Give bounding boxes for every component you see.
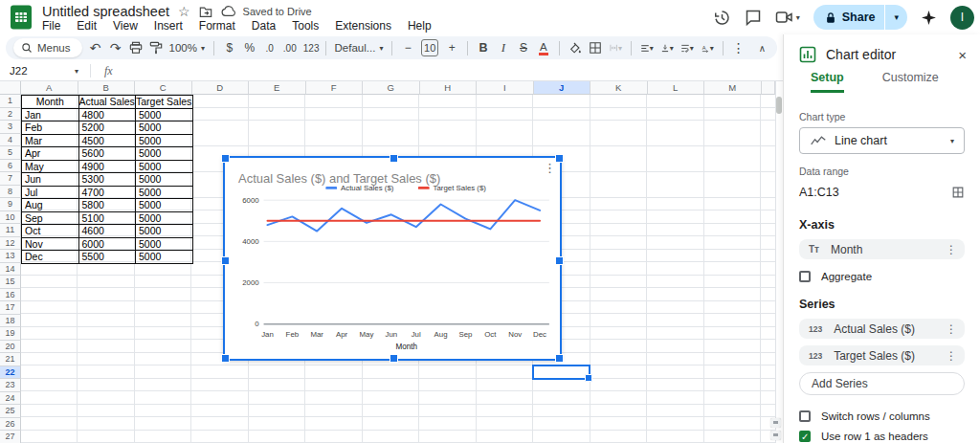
- data-cell[interactable]: 5600: [79, 147, 137, 161]
- increase-font-size-button[interactable]: +: [445, 41, 458, 55]
- gemini-sparkle-icon[interactable]: [921, 10, 937, 26]
- row-header-4[interactable]: 4: [0, 134, 21, 147]
- move-folder-icon[interactable]: [199, 6, 212, 18]
- spreadsheet-grid[interactable]: ABCDEFGHIJKLM 12345678910111213141516171…: [0, 81, 783, 443]
- column-header-C[interactable]: C: [135, 81, 192, 95]
- data-cell[interactable]: Oct: [22, 225, 79, 238]
- row-header-17[interactable]: 17: [0, 301, 21, 315]
- data-cell[interactable]: 5000: [136, 173, 193, 187]
- text-rotation-button[interactable]: A ▾: [701, 42, 714, 55]
- scrollbar-thumb[interactable]: [776, 97, 782, 114]
- data-cell[interactable]: Mar: [22, 135, 79, 148]
- selected-cell-J22[interactable]: [532, 365, 590, 380]
- menu-view[interactable]: View: [113, 19, 138, 33]
- select-all-corner[interactable]: [0, 81, 21, 95]
- data-cell[interactable]: Jul: [22, 187, 79, 200]
- chart-handle-s[interactable]: [390, 354, 398, 363]
- merge-cells-button[interactable]: ▾: [609, 41, 622, 55]
- cloud-saved-icon[interactable]: [221, 6, 236, 17]
- data-cell[interactable]: 5000: [136, 238, 193, 252]
- data-cell[interactable]: Feb: [22, 122, 79, 135]
- data-cell[interactable]: Dec: [22, 251, 79, 264]
- menus-search-button[interactable]: Menus: [13, 38, 82, 57]
- row-header-26[interactable]: 26: [0, 418, 21, 432]
- row-header-9[interactable]: 9: [0, 198, 21, 211]
- data-cell[interactable]: Jan: [22, 109, 79, 122]
- close-panel-button[interactable]: ×: [958, 47, 967, 63]
- data-cell[interactable]: 5000: [136, 161, 193, 174]
- row-header-7[interactable]: 7: [0, 172, 21, 186]
- data-cell[interactable]: Aug: [22, 199, 79, 212]
- x-axis-field[interactable]: Tт Month ⋮: [799, 239, 965, 259]
- chart-type-dropdown[interactable]: Line chart ▾: [799, 127, 965, 154]
- decrease-font-size-button[interactable]: −: [401, 41, 414, 55]
- option-switch-rows-columns[interactable]: Switch rows / columns: [799, 410, 965, 422]
- italic-button[interactable]: I: [497, 40, 510, 55]
- format-percent-button[interactable]: %: [243, 41, 256, 55]
- star-icon[interactable]: ☆: [178, 5, 190, 18]
- row-header-2[interactable]: 2: [0, 108, 21, 122]
- data-cell[interactable]: Nov: [22, 238, 79, 252]
- menu-extensions[interactable]: Extensions: [335, 19, 391, 33]
- header-cell[interactable]: Month: [22, 96, 79, 109]
- row-header-20[interactable]: 20: [0, 341, 21, 354]
- data-cell[interactable]: 5500: [79, 251, 137, 264]
- decrease-decimal-button[interactable]: .0: [263, 43, 277, 54]
- data-cell[interactable]: 5200: [79, 122, 137, 135]
- share-caret-icon[interactable]: ▾: [885, 12, 907, 22]
- data-cell[interactable]: 4500: [79, 135, 137, 148]
- row-header-6[interactable]: 6: [0, 160, 21, 173]
- chart-handle-n[interactable]: [390, 154, 398, 163]
- meet-video-icon[interactable]: [775, 10, 793, 25]
- column-header-H[interactable]: H: [420, 81, 478, 95]
- column-header-G[interactable]: G: [363, 81, 420, 95]
- chart-handle-w[interactable]: [221, 256, 230, 265]
- data-cell[interactable]: 5000: [136, 251, 193, 264]
- row-header-15[interactable]: 15: [0, 276, 21, 289]
- text-color-button[interactable]: A: [539, 42, 548, 55]
- hide-menus-button[interactable]: ∧: [759, 43, 766, 54]
- fill-color-button[interactable]: [568, 41, 582, 55]
- column-header-E[interactable]: E: [249, 81, 306, 95]
- strikethrough-button[interactable]: S: [517, 41, 530, 55]
- chart-handle-se[interactable]: [555, 354, 564, 363]
- select-range-icon[interactable]: [951, 186, 965, 199]
- sheets-logo-icon[interactable]: [10, 5, 33, 30]
- chart-handle-nw[interactable]: [221, 154, 230, 163]
- row-header-3[interactable]: 3: [0, 121, 21, 134]
- more-options-button[interactable]: ⋮: [732, 40, 746, 55]
- header-cell[interactable]: Target Sales ($): [136, 96, 193, 109]
- scroll-button-up[interactable]: [770, 418, 781, 428]
- column-header-L[interactable]: L: [648, 81, 705, 95]
- data-cell[interactable]: 4600: [79, 225, 137, 238]
- row-header-24[interactable]: 24: [0, 392, 21, 406]
- series-more-icon[interactable]: ⋮: [946, 349, 957, 363]
- increase-decimal-button[interactable]: .00: [283, 43, 297, 54]
- redo-button[interactable]: ↷: [109, 40, 122, 55]
- data-cell[interactable]: Jun: [22, 173, 79, 187]
- row-header-27[interactable]: 27: [0, 431, 21, 443]
- borders-button[interactable]: [589, 41, 602, 55]
- comments-icon[interactable]: [745, 9, 762, 26]
- aggregate-row[interactable]: Aggregate: [799, 271, 965, 282]
- paint-format-button[interactable]: [149, 41, 163, 55]
- row-header-14[interactable]: 14: [0, 263, 21, 277]
- document-title[interactable]: Untitled spreadsheet: [42, 4, 169, 19]
- menu-help[interactable]: Help: [408, 19, 432, 33]
- name-box[interactable]: J22 ▾: [0, 65, 84, 77]
- data-cell[interactable]: 5100: [79, 212, 137, 226]
- option-use-row-1-as-headers[interactable]: ✓Use row 1 as headers: [799, 431, 965, 442]
- chart-handle-ne[interactable]: [555, 154, 564, 163]
- row-header-10[interactable]: 10: [0, 211, 21, 225]
- row-header-5[interactable]: 5: [0, 146, 21, 160]
- data-cell[interactable]: 5300: [79, 173, 137, 187]
- column-header-D[interactable]: D: [192, 81, 250, 95]
- data-cell[interactable]: 5000: [136, 212, 193, 226]
- embedded-chart[interactable]: Actual Sales ($) and Target Sales ($)Act…: [223, 156, 562, 361]
- row-header-12[interactable]: 12: [0, 237, 21, 251]
- data-cell[interactable]: 4800: [79, 109, 137, 122]
- column-header-I[interactable]: I: [477, 81, 534, 95]
- vertical-align-button[interactable]: ▾: [660, 42, 674, 55]
- scroll-button-down[interactable]: [770, 431, 781, 440]
- vertical-scrollbar[interactable]: [776, 81, 783, 443]
